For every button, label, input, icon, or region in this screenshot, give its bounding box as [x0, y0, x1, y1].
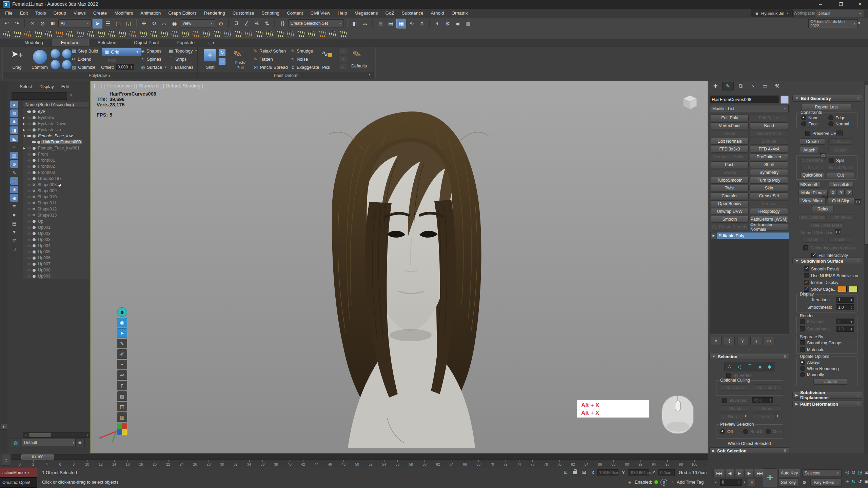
reference-coordinate-dropdown[interactable]: View▼ [180, 19, 215, 27]
topology-button[interactable]: ▩Topology ▼ [169, 47, 197, 54]
z-coordinate-field[interactable]: 0.0cm [658, 469, 675, 476]
modifier-button-unwrap-uvw[interactable]: Unwrap UVW [711, 208, 749, 215]
visibility-eye-icon[interactable] [27, 202, 31, 204]
preview-subobj-radio[interactable]: SubObj [743, 429, 765, 434]
display-shapes-filter-icon[interactable]: ⧉ [10, 109, 18, 117]
slice-plane-button[interactable]: Slice Plane [801, 157, 824, 163]
remove-modifier-icon[interactable]: ▯ [750, 337, 761, 345]
paint-deform-panel-label[interactable]: Paint Deform [198, 72, 374, 79]
expand-icon[interactable]: ▶ [23, 116, 27, 119]
close-button[interactable]: ✕ [853, 0, 867, 9]
ornatrix-hair-tool-icon-5[interactable] [45, 30, 53, 38]
display-cameras-filter-icon[interactable]: ◨ [10, 126, 18, 134]
scene-object-row-Group52197[interactable]: Group52197 [23, 176, 90, 182]
modifier-button-ffd-3x3x3[interactable]: FFD 3x3x3 [711, 146, 749, 152]
stack-item-editable-poly[interactable]: Editable Poly [717, 232, 789, 239]
ornatrix-hair-tool-icon-20[interactable] [202, 30, 211, 38]
paste-button[interactable]: Paste [828, 237, 852, 243]
visibility-eye-icon[interactable] [27, 171, 31, 174]
command-panel-scrollbar[interactable] [864, 81, 868, 467]
render-smoothness-field[interactable]: 1.0▲▼ [836, 326, 854, 332]
pinch-spread-button[interactable]: ⋈Pinch/ Spread [254, 64, 288, 70]
window-crossing-icon[interactable]: ◱ [124, 19, 133, 28]
conform-relax-brush-icon[interactable] [62, 60, 72, 70]
orbit-subobject-icon[interactable]: ↺ [857, 479, 863, 485]
minimize-button[interactable]: ─ [814, 0, 827, 9]
ornatrix-hair-tool-icon-28[interactable] [287, 30, 295, 38]
scene-object-row-eye[interactable]: eye [23, 108, 90, 115]
scene-object-row-HairFromCurves008[interactable]: HairFromCurves008 [23, 139, 90, 145]
viewport-menu-chevron-icon[interactable]: ▼ [179, 84, 182, 87]
scene-object-row-Shape011[interactable]: ⧉Shape011 [23, 200, 90, 206]
menu-content[interactable]: Content [283, 9, 307, 17]
menu-customize[interactable]: Customize [229, 9, 258, 17]
offset-field[interactable]: 0.000▲▼ [116, 64, 134, 70]
scene-object-row-Eyelash_Down[interactable]: ▶Eyelash_Down [23, 121, 90, 127]
ornatrix-hair-tool-icon-33[interactable] [339, 30, 347, 38]
polydraw-panel-label[interactable]: PolyDraw ▼ [3, 72, 197, 79]
modifier-button-edit-normals[interactable]: Edit Normals [711, 138, 749, 145]
scene-object-row-Front[interactable]: Front [23, 151, 90, 157]
unhide-all-button[interactable]: Unhide All [828, 214, 855, 220]
menu-civil-view[interactable]: Civil View [307, 9, 334, 17]
display-hidden-objects-icon[interactable]: ◉ [10, 194, 18, 202]
flatten-button[interactable]: ✎Flatten [254, 56, 273, 62]
menu-goz[interactable]: GoZ [381, 9, 398, 17]
edit-named-selection-sets-icon[interactable]: {} [278, 19, 287, 28]
visibility-eye-icon[interactable] [27, 232, 31, 235]
filter-combinations-icon[interactable]: ▽ [10, 237, 18, 244]
prev-key-icon[interactable]: ◂ [715, 480, 716, 484]
absolute-mode-icon[interactable]: ⊞ [581, 469, 587, 475]
ribbon-tab-selection[interactable]: Selection [89, 39, 125, 46]
modifier-button-vertexpaint[interactable]: VertexPaint [711, 122, 749, 129]
use-pivot-point-center-icon[interactable]: ⊙ [216, 19, 225, 28]
brush-guides-icon[interactable]: ✐ [117, 349, 127, 359]
preview-off-radio[interactable]: Off [720, 429, 733, 434]
modifier-button-ox-rotate-strands[interactable]: Ox Rotate Strands [711, 224, 749, 230]
modifier-button-twist[interactable]: Twist [711, 185, 749, 191]
key-filter-icon[interactable]: ⚙ [800, 479, 808, 487]
display-iterations-field[interactable]: 1▲▼ [836, 297, 854, 303]
modifier-button-surface[interactable]: Surface [750, 200, 788, 207]
visibility-eye-icon[interactable] [27, 135, 31, 137]
update-button[interactable]: Update [813, 378, 847, 385]
toolbar-overflow-button[interactable]: » [857, 19, 860, 26]
ornatrix-hair-tool-icon-29[interactable] [297, 30, 305, 38]
display-smoothness-field[interactable]: 1.0▲▼ [836, 304, 854, 310]
percent-snap-icon[interactable]: % [252, 19, 261, 28]
cut-button[interactable]: Cut [827, 172, 854, 178]
shift-scale-tool[interactable]: ▱ [218, 58, 226, 65]
display-space-warps-filter-icon[interactable]: ≈ [10, 143, 18, 151]
zoom-all-icon[interactable]: ⊚ [851, 469, 856, 475]
select-and-place-icon[interactable]: ◉ [170, 19, 179, 28]
display-containers-filter-icon[interactable]: ✎ [10, 169, 18, 176]
visibility-eye-icon[interactable] [27, 190, 31, 192]
visibility-eye-icon[interactable] [27, 208, 31, 210]
hide-selected-button[interactable]: Hide Selected [798, 214, 826, 220]
modifier-button-chamfer[interactable]: Chamfer [711, 192, 749, 199]
modifier-stack[interactable]: ▶ Editable Poly [710, 232, 789, 335]
conform-move-brush-icon[interactable] [50, 49, 60, 59]
zoom-icon[interactable]: ◎ [844, 469, 850, 475]
surface-button[interactable]: ◍Surface ▼ [141, 64, 167, 70]
schematic-view-icon[interactable]: ⋔ [417, 19, 427, 28]
clipboard-icon[interactable]: ◫ [117, 402, 127, 411]
explorer-menu-select[interactable]: Select [20, 84, 32, 89]
visibility-eye-icon[interactable] [27, 220, 31, 223]
ornatrix-hair-tool-icon-1[interactable] [3, 30, 11, 38]
ornatrix-hair-tool-icon-27[interactable] [276, 30, 284, 38]
scrollbar-thumb[interactable] [865, 85, 868, 245]
ornatrix-hair-tool-icon-11[interactable] [108, 30, 116, 38]
tessellate-button[interactable]: Tessellate [829, 182, 853, 188]
visibility-eye-icon[interactable] [27, 110, 31, 113]
conform-rotate-brush-icon[interactable] [62, 49, 72, 59]
utilities-tab-icon[interactable]: ⚒ [772, 82, 783, 90]
notification-counter[interactable]: 0 [660, 479, 667, 486]
make-planar-x-button[interactable]: X [830, 190, 836, 196]
repeat-last-button[interactable]: Repeat Last [801, 104, 851, 110]
modifier-button-retopology[interactable]: Retopology [750, 208, 788, 215]
expand-icon[interactable]: ▼ [23, 135, 27, 138]
align-icon[interactable]: ≍ [360, 19, 370, 28]
next-frame-icon[interactable]: |▶ [745, 469, 753, 477]
ornatrix-hair-tool-icon-13[interactable] [129, 30, 137, 38]
